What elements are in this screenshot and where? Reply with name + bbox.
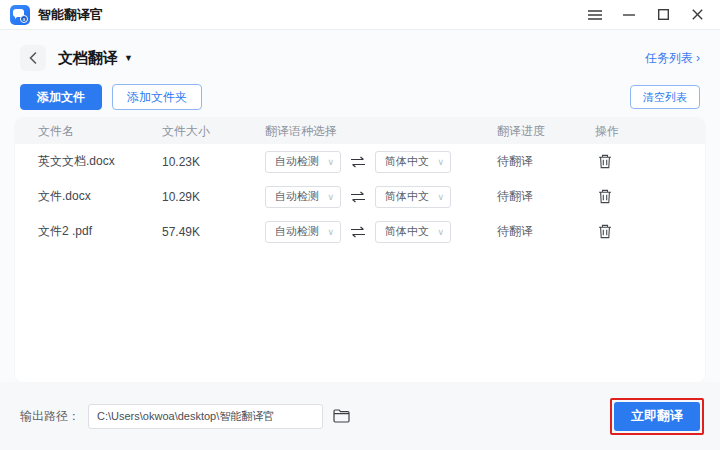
status-badge: 待翻译	[497, 224, 533, 238]
clear-list-button[interactable]: 清空列表	[630, 85, 700, 109]
source-language-select[interactable]: 自动检测∨	[265, 151, 341, 173]
chevron-right-icon: ›	[696, 51, 700, 65]
delete-file-icon[interactable]	[595, 187, 615, 207]
add-file-button[interactable]: 添加文件	[20, 84, 102, 110]
maximize-icon[interactable]	[650, 3, 676, 27]
swap-languages-icon[interactable]	[341, 191, 375, 203]
add-folder-button[interactable]: 添加文件夹	[112, 84, 202, 110]
table-row: 英文文档.docx 10.23K 自动检测∨ 简体中文∨ 待翻译	[15, 144, 705, 179]
chevron-down-icon: ∨	[327, 227, 334, 237]
file-name: 英文文档.docx	[15, 153, 162, 170]
footer-bar: 输出路径： 立即翻译	[0, 382, 720, 450]
chevron-down-icon: ∨	[437, 157, 444, 167]
minimize-icon[interactable]	[616, 3, 642, 27]
file-size: 10.23K	[162, 155, 265, 169]
file-table-card: 文件名 文件大小 翻译语种选择 翻译进度 操作 英文文档.docx 10.23K…	[15, 118, 705, 382]
target-language-select[interactable]: 简体中文∨	[375, 221, 451, 243]
target-language-select[interactable]: 简体中文∨	[375, 151, 451, 173]
status-badge: 待翻译	[497, 189, 533, 203]
back-button[interactable]	[20, 45, 46, 71]
browse-folder-icon[interactable]	[333, 409, 350, 423]
file-name: 文件2 .pdf	[15, 223, 162, 240]
chevron-down-icon: ∨	[327, 157, 334, 167]
col-header-filename: 文件名	[15, 123, 162, 140]
swap-languages-icon[interactable]	[341, 226, 375, 238]
page-title: 文档翻译	[58, 49, 118, 68]
col-header-filesize: 文件大小	[162, 123, 265, 140]
swap-languages-icon[interactable]	[341, 156, 375, 168]
file-size: 10.29K	[162, 190, 265, 204]
close-icon[interactable]	[684, 3, 710, 27]
app-title: 智能翻译官	[38, 6, 103, 24]
page-header: 文档翻译 ▼ 任务列表›	[20, 44, 700, 72]
source-language-select[interactable]: 自动检测∨	[265, 186, 341, 208]
source-language-select[interactable]: 自动检测∨	[265, 221, 341, 243]
delete-file-icon[interactable]	[595, 152, 615, 172]
table-header-row: 文件名 文件大小 翻译语种选择 翻译进度 操作	[15, 118, 705, 144]
chevron-down-icon: ∨	[437, 192, 444, 202]
output-path-label: 输出路径：	[20, 408, 80, 425]
window-controls	[582, 3, 710, 27]
col-header-languages: 翻译语种选择	[265, 123, 497, 140]
col-header-progress: 翻译进度	[497, 123, 595, 140]
delete-file-icon[interactable]	[595, 222, 615, 242]
title-dropdown-caret-icon[interactable]: ▼	[124, 53, 133, 63]
target-language-select[interactable]: 简体中文∨	[375, 186, 451, 208]
file-name: 文件.docx	[15, 188, 162, 205]
file-size: 57.49K	[162, 225, 265, 239]
chevron-down-icon: ∨	[437, 227, 444, 237]
table-row: 文件2 .pdf 57.49K 自动检测∨ 简体中文∨ 待翻译	[15, 214, 705, 249]
translate-now-button[interactable]: 立即翻译	[614, 402, 700, 431]
toolbar: 添加文件 添加文件夹 清空列表	[20, 84, 700, 110]
menu-icon[interactable]	[582, 3, 608, 27]
chevron-down-icon: ∨	[327, 192, 334, 202]
translate-highlight-box: 立即翻译	[610, 398, 704, 435]
table-row: 文件.docx 10.29K 自动检测∨ 简体中文∨ 待翻译	[15, 179, 705, 214]
app-logo-icon: a	[10, 5, 30, 25]
status-badge: 待翻译	[497, 154, 533, 168]
task-list-link[interactable]: 任务列表›	[645, 50, 700, 67]
titlebar: a 智能翻译官	[0, 0, 720, 30]
col-header-action: 操作	[595, 123, 682, 140]
output-path-input[interactable]	[88, 404, 323, 429]
